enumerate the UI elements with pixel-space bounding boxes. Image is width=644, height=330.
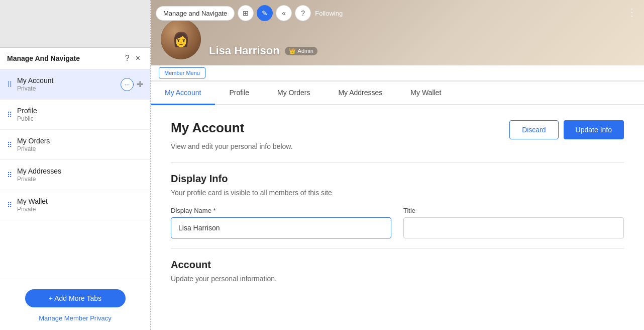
tab-profile[interactable]: Profile <box>215 81 263 105</box>
toolbar-following-label: Following <box>315 10 343 17</box>
move-icon-my-account: ✛ <box>137 79 143 89</box>
nav-item-label-my-orders: My Orders <box>17 137 143 145</box>
nav-item-text-my-account: My Account Private <box>17 76 121 92</box>
drag-handle-profile: ⠿ <box>7 111 12 119</box>
tab-my-wallet[interactable]: My Wallet <box>396 81 455 105</box>
nav-item-text-my-orders: My Orders Private <box>17 137 143 152</box>
manage-navigate-button[interactable]: Manage and Navigate <box>156 6 235 21</box>
display-info-form-row: Display Name * Title <box>171 207 624 238</box>
drag-handle-my-addresses: ⠿ <box>7 171 12 179</box>
toolbar-grid-icon[interactable]: ⊞ <box>238 5 254 21</box>
admin-badge: 👑 Admin <box>285 47 317 55</box>
nav-item-text-my-addresses: My Addresses Private <box>17 167 143 183</box>
content-title: My Account <box>171 120 244 136</box>
title-input[interactable] <box>403 217 624 238</box>
crown-icon: 👑 <box>289 48 296 54</box>
divider-2 <box>171 249 624 249</box>
nav-item-my-addresses[interactable]: ⠿ My Addresses Private <box>0 160 150 190</box>
left-panel: Manage And Navigate ? × ⠿ My Account Pri… <box>0 0 151 330</box>
help-button[interactable]: ? <box>122 53 133 64</box>
drag-handle-my-account: ⠿ <box>7 80 12 89</box>
nav-items-list: ⠿ My Account Private ··· ✛ ⠿ Profile Pub… <box>0 69 150 279</box>
left-top-banner <box>0 0 150 48</box>
manage-privacy-link[interactable]: Manage Member Privacy <box>39 314 112 322</box>
tabs-bar: My Account Profile My Orders My Addresse… <box>151 81 644 105</box>
left-footer: + Add More Tabs Manage Member Privacy <box>0 279 150 330</box>
nav-item-label-profile: Profile <box>17 107 143 115</box>
banner-more-button[interactable]: ⋮ <box>627 6 637 18</box>
nav-item-text-my-wallet: My Wallet Private <box>17 197 143 213</box>
nav-item-label-my-wallet: My Wallet <box>17 197 143 205</box>
add-more-tabs-button[interactable]: + Add More Tabs <box>25 289 126 307</box>
title-label: Title <box>403 207 624 214</box>
admin-label: Admin <box>298 48 313 54</box>
divider-1 <box>171 162 624 163</box>
tab-my-account[interactable]: My Account <box>151 81 215 105</box>
account-section: Account Update your personal information… <box>171 259 624 283</box>
display-name-label: Display Name * <box>171 207 391 214</box>
update-info-button[interactable]: Update Info <box>564 120 624 139</box>
manage-nav-header: Manage And Navigate ? × <box>0 48 150 69</box>
discard-button[interactable]: Discard <box>509 120 558 139</box>
content-subtitle: View and edit your personal info below. <box>171 142 624 150</box>
content-header: My Account Discard Update Info <box>171 120 624 139</box>
nav-item-sublabel-my-orders: Private <box>17 145 143 152</box>
profile-name: Lisa Harrison <box>209 44 280 57</box>
manage-nav-title: Manage And Navigate <box>7 54 122 62</box>
profile-banner: Manage and Navigate ⊞ ✎ « ? Following ⋮ … <box>151 0 644 65</box>
toolbar-back-icon[interactable]: « <box>276 5 292 21</box>
drag-handle-my-wallet: ⠿ <box>7 201 12 209</box>
account-subtitle: Update your personal information. <box>171 275 624 283</box>
right-panel: Manage and Navigate ⊞ ✎ « ? Following ⋮ … <box>151 0 644 330</box>
member-menu-label: Member Menu <box>159 67 205 78</box>
drag-handle-my-orders: ⠿ <box>7 141 12 149</box>
profile-info: Lisa Harrison 👑 Admin <box>209 44 317 57</box>
nav-item-sublabel-my-wallet: Private <box>17 206 143 213</box>
nav-item-sublabel-my-account: Private <box>17 85 121 92</box>
nav-item-sublabel-my-addresses: Private <box>17 176 143 183</box>
tab-my-orders[interactable]: My Orders <box>263 81 324 105</box>
nav-item-my-account[interactable]: ⠿ My Account Private ··· ✛ <box>0 69 150 100</box>
display-name-input[interactable] <box>171 217 391 238</box>
nav-item-my-wallet[interactable]: ⠿ My Wallet Private <box>0 190 150 220</box>
nav-item-sublabel-profile: Public <box>17 115 143 122</box>
nav-item-my-orders[interactable]: ⠿ My Orders Private <box>0 130 150 160</box>
tab-my-addresses[interactable]: My Addresses <box>324 81 396 105</box>
profile-avatar: 👩 <box>161 19 201 59</box>
toolbar-help-icon[interactable]: ? <box>295 5 311 21</box>
account-title: Account <box>171 259 624 271</box>
nav-item-label-my-account: My Account <box>17 76 121 85</box>
display-name-group: Display Name * <box>171 207 391 238</box>
nav-item-profile[interactable]: ⠿ Profile Public <box>0 100 150 130</box>
nav-item-options-my-account[interactable]: ··· <box>121 78 134 91</box>
content-area: My Account Discard Update Info View and … <box>151 105 644 330</box>
nav-item-text-profile: Profile Public <box>17 107 143 122</box>
header-actions: Discard Update Info <box>509 120 624 139</box>
close-button[interactable]: × <box>133 53 143 64</box>
title-group: Title <box>403 207 624 238</box>
display-info-subtitle: Your profile card is visible to all memb… <box>171 189 624 197</box>
member-menu-bar: Member Menu <box>151 65 644 81</box>
toolbar-edit-icon[interactable]: ✎ <box>257 5 273 21</box>
avatar-image: 👩 <box>161 19 201 59</box>
nav-item-label-my-addresses: My Addresses <box>17 167 143 175</box>
toolbar: Manage and Navigate ⊞ ✎ « ? Following <box>156 5 343 21</box>
display-info-title: Display Info <box>171 173 624 185</box>
